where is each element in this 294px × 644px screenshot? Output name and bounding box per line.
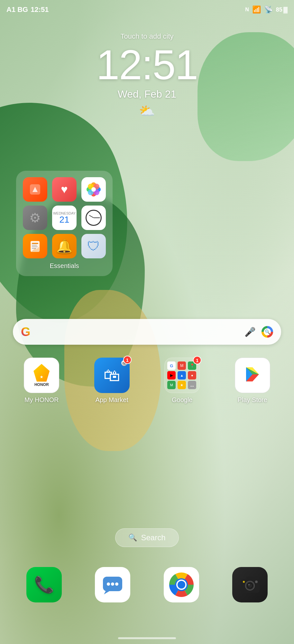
app-market-badge: 1 (123, 356, 132, 364)
app-shield[interactable]: 🛡 (81, 234, 106, 258)
app-chrome[interactable] (164, 567, 199, 602)
calendar-day-num: 21 (59, 215, 69, 224)
google-folder-badge: 1 (193, 356, 201, 364)
clock-widget[interactable]: Touch to add city 12:51 Wed, Feb 21 ⛅ (0, 32, 294, 119)
status-bar: A1 BG 12:51 N 📶 📡 85 ▓ (0, 0, 294, 19)
search-actions: 🎤 🔍 (244, 326, 273, 338)
app-phone[interactable]: 📞 (26, 567, 62, 602)
app-play-store[interactable]: Play Store (235, 358, 270, 404)
status-right: N 📶 📡 85 ▓ (245, 5, 288, 14)
app-photos[interactable] (81, 177, 106, 202)
app-clock[interactable] (81, 206, 106, 230)
status-time: 12:51 (31, 5, 49, 14)
search-bar[interactable]: 🔍 Search (0, 528, 294, 547)
add-city-label[interactable]: Touch to add city (0, 32, 294, 41)
svg-rect-2 (32, 243, 38, 244)
app-my-honor[interactable]: ★ HONOR My HONOR (24, 358, 59, 404)
google-search-bar[interactable]: G 🎤 🔍 (13, 319, 281, 345)
signal-icon: 📡 (264, 5, 273, 14)
nfc-icon: N (245, 7, 249, 13)
home-indicator (118, 637, 176, 639)
app-tools[interactable] (23, 177, 48, 202)
svg-point-19 (248, 584, 250, 585)
svg-point-20 (255, 581, 258, 583)
svg-point-14 (178, 581, 185, 589)
svg-point-18 (248, 583, 252, 588)
carrier-label: A1 BG (6, 5, 28, 14)
svg-point-9 (111, 582, 114, 586)
app-messages[interactable] (95, 567, 130, 602)
google-folder[interactable]: G M 📍 ▶ ▲ ● M (164, 358, 200, 404)
app-health[interactable]: ♥ (52, 177, 77, 202)
svg-point-10 (115, 582, 118, 586)
app-calendar[interactable]: Wednesday 21 (52, 206, 77, 230)
date-display: Wed, Feb 21 (0, 88, 294, 100)
google-folder-label: Google (172, 396, 193, 404)
search-label: Search (141, 533, 165, 542)
app-market-label: App Market (96, 396, 128, 404)
search-icon: 🔍 (128, 533, 137, 542)
svg-point-8 (107, 582, 110, 586)
wifi-icon: 📶 (252, 5, 261, 14)
my-honor-label: My HONOR (24, 396, 59, 404)
svg-rect-4 (32, 246, 38, 247)
app-market[interactable]: 🛍 1 🛍 App Market (94, 358, 130, 404)
app-pages[interactable] (23, 234, 48, 258)
mic-icon[interactable]: 🎤 (244, 327, 256, 337)
battery-level: 85 (276, 6, 282, 13)
battery-icon: 85 ▓ (276, 6, 288, 13)
app-settings[interactable]: ⚙ (23, 206, 48, 230)
status-left: A1 BG 12:51 (6, 5, 49, 14)
folder-label: Essentials (23, 262, 106, 270)
weather-icon: ⛅ (0, 103, 294, 119)
svg-rect-5 (32, 248, 36, 249)
play-store-label: Play Store (238, 396, 267, 404)
essentials-folder[interactable]: ♥ ⚙ (16, 171, 113, 276)
app-camera[interactable] (232, 567, 268, 602)
svg-rect-3 (32, 245, 37, 245)
app-row: ★ HONOR My HONOR 🛍 1 🛍 App Market G M (0, 358, 294, 404)
app-reminders[interactable]: 🔔 (52, 234, 77, 258)
svg-point-21 (243, 581, 245, 583)
lens-icon[interactable]: 🔍 (262, 326, 273, 338)
svg-marker-7 (104, 590, 111, 594)
main-clock: 12:51 (0, 44, 294, 86)
google-logo: G (21, 325, 31, 339)
bottom-dock: 📞 (0, 561, 294, 609)
